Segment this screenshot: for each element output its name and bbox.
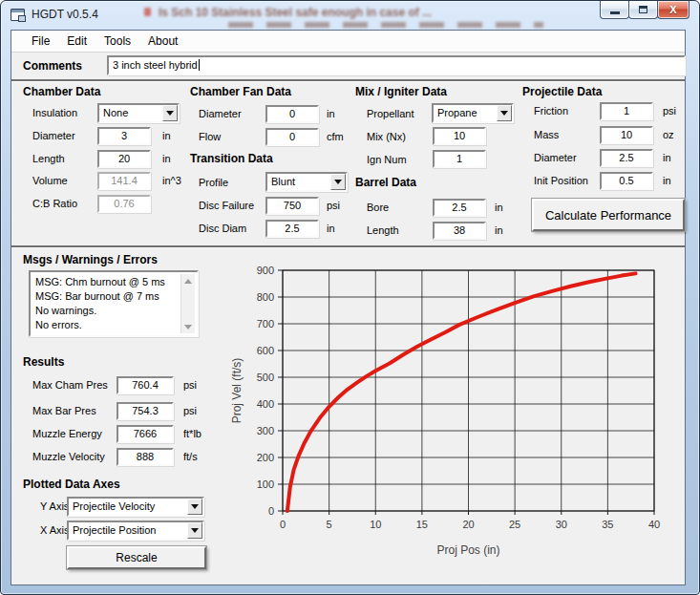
volume-unit: in^3	[162, 175, 181, 186]
messages-title: Msgs / Warnings / Errors	[23, 253, 158, 266]
bore-label: Bore	[367, 202, 389, 213]
barrel-length-field[interactable]: 38	[433, 222, 486, 240]
disc-diam-label: Disc Diam	[199, 223, 246, 234]
menu-item-edit[interactable]: Edit	[58, 32, 95, 51]
profile-combobox[interactable]: Blunt	[265, 172, 348, 192]
maximize-button[interactable]	[628, 1, 658, 19]
plotted-data-axes-title: Plotted Data Axes	[23, 478, 120, 491]
text-cursor	[199, 59, 200, 71]
scroll-down-button[interactable]	[181, 320, 195, 333]
muzzle-velocity-label: Muzzle Velocity	[32, 451, 105, 462]
maximize-icon	[639, 6, 647, 13]
chamber-length-label: Length	[32, 153, 65, 164]
max-bar-pres-unit: psi	[183, 405, 197, 416]
max-cham-pres-field[interactable]: 760.4	[117, 376, 174, 394]
comments-input[interactable]: 3 inch steel hybrid	[107, 55, 686, 75]
titlebar: HGDT v0.5.4 Is Sch 10 Stainless Steel sa…	[1, 1, 699, 30]
mix-nx-label: Mix (Nx)	[367, 131, 406, 142]
messages-scrollbar[interactable]	[180, 274, 195, 333]
muzzle-energy-unit: ft*lb	[183, 428, 202, 439]
projectile-diameter-field[interactable]: 2.5	[600, 149, 653, 167]
chevron-down-icon[interactable]	[162, 105, 178, 121]
y-axis-label: Y Axis	[40, 500, 69, 512]
svg-text:0: 0	[268, 505, 274, 517]
init-position-unit: in	[663, 175, 671, 186]
projectile-diameter-unit: in	[663, 152, 671, 163]
background-bleed-text: Is Sch 10 Stainless Steel safe enough in…	[144, 6, 564, 19]
close-icon: X	[669, 5, 676, 15]
client-area: File Edit Tools About Comments 3 inch st…	[11, 30, 686, 585]
friction-field[interactable]: 1	[600, 102, 653, 120]
bore-field[interactable]: 2.5	[433, 199, 486, 217]
max-cham-pres-label: Max Cham Pres	[32, 379, 108, 391]
message-line: No errors.	[35, 318, 178, 332]
svg-text:10: 10	[370, 519, 381, 530]
svg-text:20: 20	[462, 519, 474, 530]
mix-nx-field[interactable]: 10	[433, 127, 486, 145]
flow-field[interactable]: 0	[265, 128, 319, 146]
chevron-down-icon[interactable]	[497, 105, 512, 121]
flow-unit: cfm	[327, 131, 344, 142]
scroll-up-button[interactable]	[181, 274, 195, 287]
insulation-combobox[interactable]: None	[97, 103, 180, 123]
chamber-length-field[interactable]: 20	[97, 150, 151, 168]
menu-item-file[interactable]: File	[23, 32, 58, 51]
chamber-data-title: Chamber Data	[23, 85, 100, 98]
mass-field[interactable]: 10	[600, 126, 653, 144]
messages-listbox[interactable]: MSG: Chm burnout @ 5 ms MSG: Bar burnout…	[29, 270, 199, 337]
mass-label: Mass	[534, 129, 559, 140]
transition-data-title: Transition Data	[190, 152, 273, 165]
minimize-button[interactable]	[600, 1, 629, 19]
results-title: Results	[23, 355, 64, 369]
svg-text:25: 25	[509, 519, 520, 530]
muzzle-velocity-field[interactable]: 888	[117, 448, 174, 466]
muzzle-energy-field[interactable]: 7666	[117, 425, 174, 443]
mix-igniter-data-title: Mix / Igniter Data	[355, 85, 447, 98]
svg-text:100: 100	[257, 478, 274, 490]
window-title: HGDT v0.5.4	[32, 8, 98, 21]
message-line: MSG: Chm burnout @ 5 ms	[35, 275, 178, 289]
disc-failure-field[interactable]: 750	[265, 197, 319, 215]
svg-text:Proj Pos (in): Proj Pos (in)	[436, 543, 499, 557]
friction-unit: psi	[663, 105, 676, 117]
close-button[interactable]: X	[657, 1, 689, 19]
max-cham-pres-unit: psi	[183, 379, 197, 391]
disc-failure-unit: psi	[327, 200, 340, 211]
max-bar-pres-field[interactable]: 754.3	[117, 402, 174, 420]
rescale-button[interactable]: Rescale	[67, 546, 206, 569]
fan-diameter-field[interactable]: 0	[265, 105, 319, 123]
propellant-combobox[interactable]: Propane	[432, 103, 514, 123]
message-line: MSG: Bar burnout @ 7 ms	[35, 289, 178, 304]
calculate-performance-button[interactable]: Calculate Performance	[532, 199, 685, 231]
divider	[11, 79, 685, 81]
init-position-label: Init Position	[534, 175, 588, 186]
y-axis-combobox[interactable]: Projectile Velocity	[67, 497, 204, 517]
menu-item-about[interactable]: About	[139, 32, 186, 51]
x-axis-combobox[interactable]: Projectile Position	[67, 521, 204, 541]
chevron-down-icon[interactable]	[330, 174, 346, 190]
menu-item-tools[interactable]: Tools	[95, 32, 139, 51]
flow-label: Flow	[199, 131, 221, 142]
svg-text:35: 35	[602, 519, 613, 530]
message-line: No warnings.	[35, 304, 178, 318]
window-controls: X	[601, 1, 689, 19]
init-position-field[interactable]: 0.5	[600, 172, 653, 190]
velocity-position-chart: 0510152025303540010020030040050060070080…	[227, 254, 686, 574]
scroll-up-icon	[184, 279, 192, 284]
background-bleed-decoration	[228, 22, 543, 28]
x-axis-label: X Axis	[40, 524, 70, 536]
friction-label: Friction	[534, 105, 568, 117]
chamber-diameter-field[interactable]: 3	[97, 127, 151, 145]
svg-text:0: 0	[280, 519, 286, 530]
chamber-diameter-label: Diameter	[32, 130, 75, 141]
chevron-down-icon[interactable]	[187, 522, 202, 539]
ign-num-label: Ign Num	[367, 154, 407, 165]
chevron-down-icon[interactable]	[187, 499, 202, 515]
insulation-label: Insulation	[32, 107, 77, 118]
disc-diam-field[interactable]: 2.5	[265, 220, 319, 238]
comments-label: Comments	[23, 59, 82, 73]
ign-num-field[interactable]: 1	[433, 150, 486, 168]
svg-text:200: 200	[257, 452, 274, 463]
svg-text:800: 800	[257, 291, 274, 303]
fan-diameter-label: Diameter	[199, 108, 242, 119]
